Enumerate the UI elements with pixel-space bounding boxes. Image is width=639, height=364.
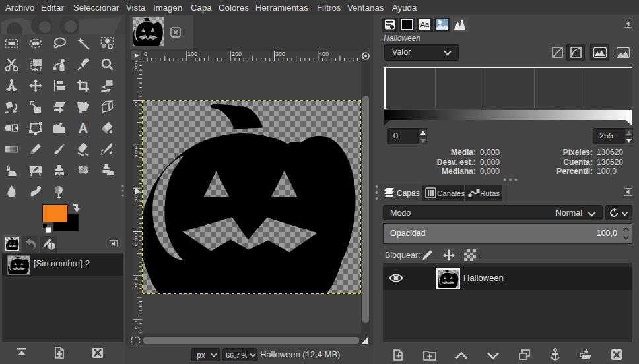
svg-text:0: 0 (135, 324, 138, 330)
svg-text:0: 0 (135, 67, 138, 73)
svg-text:0: 0 (135, 154, 138, 160)
svg-text:0: 0 (144, 51, 147, 57)
svg-text:100: 100 (187, 51, 197, 57)
svg-text:200: 200 (232, 51, 242, 57)
svg-text:0: 0 (135, 241, 138, 247)
svg-text:A: A (79, 121, 88, 135)
svg-text:0: 0 (135, 198, 138, 204)
svg-text:400: 400 (319, 51, 329, 57)
svg-text:0: 0 (135, 285, 138, 291)
svg-text:300: 300 (275, 51, 285, 57)
svg-text:0: 0 (135, 101, 138, 107)
